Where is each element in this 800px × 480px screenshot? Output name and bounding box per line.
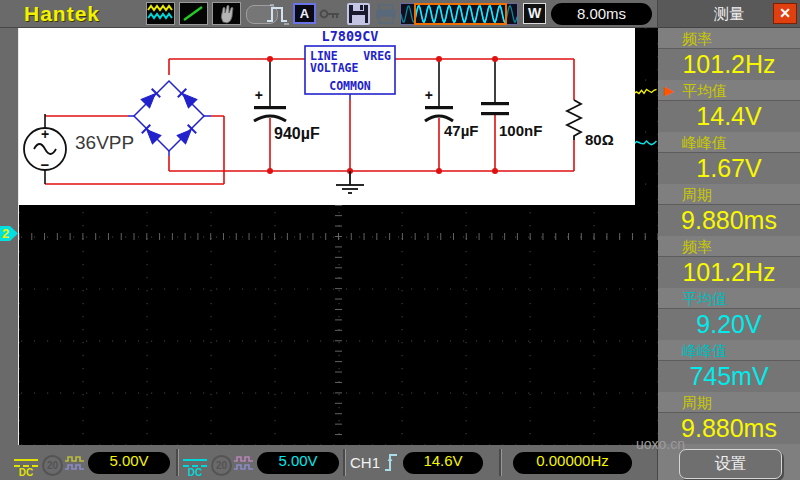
ch2-position-marker[interactable]: 2 (0, 226, 18, 241)
measure-label: 频率 (658, 28, 800, 48)
close-icon[interactable]: ✕ (773, 3, 797, 24)
hand-icon (213, 3, 240, 24)
ch2-scale-display[interactable]: 5.00V (257, 452, 339, 474)
channel-waves-icon (147, 3, 174, 24)
cap-hf-label: 100nF (499, 122, 542, 139)
rising-edge-icon[interactable] (383, 451, 399, 474)
marker-channel-number: 2 (2, 226, 9, 241)
measure-row-frequency-ch2[interactable]: 频率 101.2Hz (658, 236, 800, 288)
hand-drag-icon[interactable] (212, 2, 241, 25)
cap-main-label: 940µF (274, 125, 320, 142)
ch2-probe-icon[interactable] (233, 456, 255, 472)
ch2-coupling-icon[interactable]: DC (183, 456, 207, 478)
pin-voltage-label: VOLTAGE (310, 61, 359, 75)
oscilloscope-screen: { "topbar": { "brand": "Hantek", "auto_l… (0, 0, 800, 480)
channels-display-icon[interactable] (146, 2, 175, 25)
measure-row-period-ch1[interactable]: 周期 9.880ms (658, 184, 800, 236)
frequency-counter-display[interactable]: 0.00000Hz (513, 452, 632, 474)
settings-button[interactable]: 设置 (679, 449, 782, 479)
measurement-panel: 测量 ✕ 频率 101.2Hz ▶ 平均值 14.4V 峰峰值 1.67V 周期… (657, 0, 800, 480)
auto-trigger-icon[interactable]: A (293, 3, 316, 24)
waveform-preview[interactable] (400, 3, 518, 25)
ic-label: L7809CV (322, 28, 379, 44)
preview-selection-window[interactable] (414, 3, 507, 25)
measure-value: 9.20V (658, 308, 800, 340)
separator (343, 449, 345, 476)
diagonal-line-icon (180, 3, 207, 24)
timebase-display[interactable]: 8.00ms (551, 3, 652, 25)
measure-value: 1.67V (658, 152, 800, 184)
bottom-status-bar: DC 20 5.00V DC 20 5.00V CH1 14.6V 0.0000… (0, 445, 657, 480)
measure-label: 峰峰值 (658, 132, 800, 152)
waveform-display: 非稳压输入 稳压输出 0.000s (18, 28, 658, 445)
ch1-coupling-label: DC (14, 467, 38, 478)
separator (176, 449, 178, 476)
measure-row-pkpk-ch1[interactable]: 峰峰值 1.67V (658, 132, 800, 184)
cursor-measure-icon[interactable] (179, 2, 208, 25)
brand-logo: Hantek (24, 2, 100, 26)
pin-vreg-label: VREG (363, 49, 391, 63)
measure-label: 周期 (658, 392, 800, 412)
measure-value: 9.880ms (658, 204, 800, 236)
watermark-text: uoxo.cn (636, 436, 685, 452)
ch1-scale-display[interactable]: 5.00V (88, 452, 170, 474)
measure-label: 平均值 (658, 80, 800, 100)
print-icon[interactable] (374, 4, 398, 24)
horizontal-wheel-icon[interactable]: W (523, 3, 546, 24)
cap-main-plus: + (255, 87, 263, 103)
load-label: 80Ω (585, 131, 614, 148)
save-floppy-icon[interactable] (346, 2, 372, 26)
source-plus-sign: + (41, 126, 49, 142)
measure-label: 周期 (658, 184, 800, 204)
cap-out-label: 47µF (444, 122, 479, 139)
cap-out-plus: + (425, 87, 433, 103)
measure-value: 14.4V (658, 100, 800, 132)
ch2-bandwidth-icon[interactable]: 20 (211, 455, 232, 476)
circuit-schematic: L7809CV LINE VOLTAGE VREG COMMON + − 36V… (19, 28, 635, 205)
source-minus-sign: − (41, 156, 50, 173)
separator (499, 449, 501, 476)
ch1-probe-icon[interactable] (64, 456, 86, 472)
trigger-source-label: CH1 (350, 454, 380, 471)
measure-row-mean-ch2[interactable]: 平均值 9.20V (658, 288, 800, 340)
selected-measure-icon: ▶ (664, 83, 674, 98)
measure-label: 平均值 (658, 288, 800, 308)
source-value-label: 36VPP (75, 132, 134, 153)
measure-value: 101.2Hz (658, 48, 800, 80)
ch2-coupling-label: DC (183, 467, 207, 478)
measure-row-pkpk-ch2[interactable]: 峰峰值 745mV (658, 340, 800, 392)
measure-value: 101.2Hz (658, 256, 800, 288)
key-lock-icon[interactable] (319, 6, 341, 21)
trigger-pulse-icon[interactable] (266, 3, 292, 25)
top-toolbar: Hantek A (0, 0, 657, 28)
measure-label: 频率 (658, 236, 800, 256)
measure-value: 745mV (658, 360, 800, 392)
trigger-level-display[interactable]: 14.6V (403, 452, 483, 474)
measure-label: 峰峰值 (658, 340, 800, 360)
ch1-bandwidth-icon[interactable]: 20 (42, 455, 63, 476)
pin-common-label: COMMON (329, 79, 371, 93)
measure-row-frequency-ch1[interactable]: 频率 101.2Hz (658, 28, 800, 80)
measure-row-mean-ch1[interactable]: ▶ 平均值 14.4V (658, 80, 800, 132)
ch1-coupling-icon[interactable]: DC (14, 456, 38, 478)
measurement-panel-header: 测量 ✕ (658, 0, 800, 28)
